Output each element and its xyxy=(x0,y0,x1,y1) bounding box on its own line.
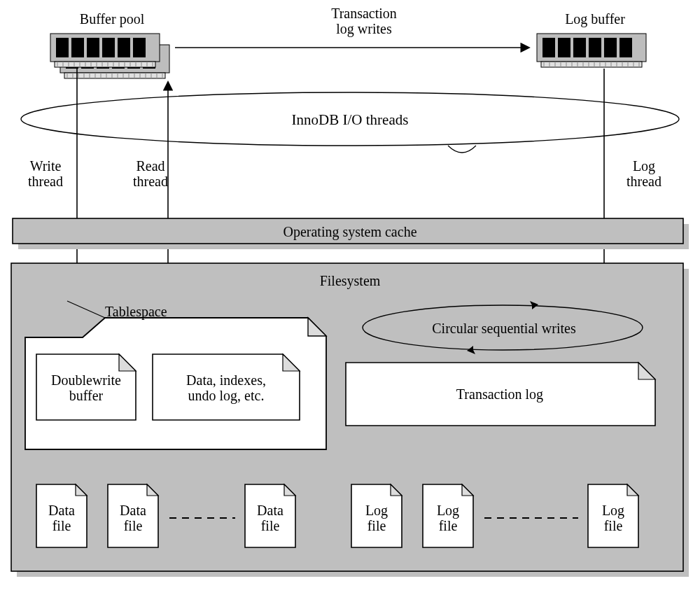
ellipse-curl xyxy=(448,146,476,153)
svg-rect-10 xyxy=(71,38,84,57)
read-thread-bottom: thread xyxy=(126,174,175,189)
svg-rect-11 xyxy=(87,38,99,57)
transaction-log-label: Transaction log xyxy=(346,386,654,402)
svg-rect-19 xyxy=(573,38,586,57)
data-file-3-top: Data xyxy=(245,503,295,518)
svg-rect-13 xyxy=(118,38,130,57)
log-file-1-top: Log xyxy=(351,503,402,518)
svg-rect-21 xyxy=(604,38,617,57)
svg-rect-15 xyxy=(55,62,155,67)
svg-rect-17 xyxy=(542,38,555,57)
doublewrite-top: Doublewrite xyxy=(36,372,136,388)
io-threads-label: InnoDB I/O threads xyxy=(252,112,448,128)
svg-rect-7 xyxy=(64,73,165,78)
log-file-3-top: Log xyxy=(588,503,638,518)
write-thread-bottom: thread xyxy=(21,174,70,189)
data-indexes-bottom: undo log, etc. xyxy=(153,388,300,403)
tablespace-label: Tablespace xyxy=(105,304,196,319)
data-file-2-bottom: file xyxy=(108,518,158,533)
log-buffer-chip xyxy=(537,34,646,67)
data-file-1-top: Data xyxy=(36,503,87,518)
svg-rect-18 xyxy=(558,38,570,57)
doublewrite-bottom: buffer xyxy=(36,388,136,403)
svg-rect-23 xyxy=(541,62,642,67)
log-buffer-label: Log buffer xyxy=(539,11,651,27)
read-thread-top: Read xyxy=(126,158,175,174)
svg-rect-14 xyxy=(133,38,146,57)
data-indexes-top: Data, indexes, xyxy=(153,372,300,388)
txn-log-writes-bottom: log writes xyxy=(301,21,427,36)
circular-writes-label: Circular sequential writes xyxy=(392,321,616,336)
data-file-1-bottom: file xyxy=(36,518,87,533)
buffer-pool-chip xyxy=(50,34,169,78)
svg-rect-20 xyxy=(589,38,601,57)
oscache-label: Operating system cache xyxy=(0,224,700,239)
log-thread-top: Log xyxy=(616,158,672,174)
log-file-1-bottom: file xyxy=(351,518,402,533)
log-thread-bottom: thread xyxy=(616,174,672,189)
log-file-2-bottom: file xyxy=(423,518,473,533)
log-file-2-top: Log xyxy=(423,503,473,518)
fs-label: Filesystem xyxy=(0,273,700,288)
write-thread-top: Write xyxy=(21,158,70,174)
log-file-3-bottom: file xyxy=(588,518,638,533)
svg-rect-12 xyxy=(102,38,115,57)
txn-log-writes-top: Transaction xyxy=(301,6,427,21)
svg-rect-22 xyxy=(620,38,632,57)
buffer-pool-label: Buffer pool xyxy=(63,11,161,27)
svg-rect-9 xyxy=(56,38,69,57)
data-file-3-bottom: file xyxy=(245,518,295,533)
data-file-2-top: Data xyxy=(108,503,158,518)
diagram-stage: Buffer pool Transaction log writes Log b… xyxy=(0,0,700,595)
